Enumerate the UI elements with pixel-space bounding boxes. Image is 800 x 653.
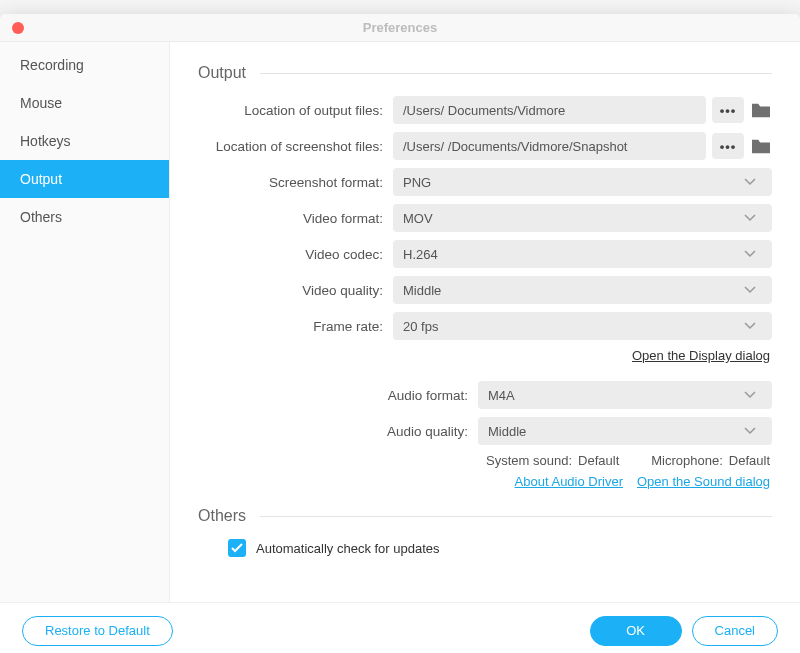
cancel-button[interactable]: Cancel [692,616,778,646]
chevron-down-icon [744,214,762,222]
browse-output-button[interactable]: ••• [712,97,744,123]
screenshot-location-field[interactable]: /Users/ /Documents/Vidmore/Snapshot [393,132,706,160]
microphone-value: Default [729,453,770,468]
video-quality-value: Middle [403,283,441,298]
ok-button[interactable]: OK [590,616,682,646]
sidebar-item-others[interactable]: Others [0,198,169,236]
preferences-window: Preferences Recording Mouse Hotkeys Outp… [0,14,800,653]
microphone-label: Microphone: [651,453,723,468]
video-quality-select[interactable]: Middle [393,276,772,304]
sidebar: Recording Mouse Hotkeys Output Others [0,42,170,602]
output-location-field[interactable]: /Users/ Documents/Vidmore [393,96,706,124]
section-others-title: Others [198,507,772,525]
label-frame-rate: Frame rate: [198,319,393,334]
sidebar-item-output[interactable]: Output [0,160,169,198]
open-screenshot-folder-icon[interactable] [750,137,772,155]
browse-screenshot-button[interactable]: ••• [712,133,744,159]
auto-update-checkbox[interactable] [228,539,246,557]
section-output-label: Output [198,64,246,82]
titlebar: Preferences [0,14,800,42]
label-video-codec: Video codec: [198,247,393,262]
close-icon[interactable] [12,22,24,34]
video-format-select[interactable]: MOV [393,204,772,232]
audio-quality-select[interactable]: Middle [478,417,772,445]
main-panel: Output Location of output files: /Users/… [170,42,800,602]
chevron-down-icon [744,250,762,258]
label-audio-quality: Audio quality: [198,424,478,439]
section-others-label: Others [198,507,246,525]
frame-rate-select[interactable]: 20 fps [393,312,772,340]
open-display-dialog-link[interactable]: Open the Display dialog [632,348,770,363]
label-video-format: Video format: [198,211,393,226]
chevron-down-icon [744,391,762,399]
label-video-quality: Video quality: [198,283,393,298]
frame-rate-value: 20 fps [403,319,438,334]
window-title: Preferences [363,20,437,35]
chevron-down-icon [744,427,762,435]
system-sound-label: System sound: [486,453,572,468]
label-screenshot-location: Location of screenshot files: [198,139,393,154]
sidebar-item-mouse[interactable]: Mouse [0,84,169,122]
video-format-value: MOV [403,211,433,226]
divider [260,73,772,74]
restore-default-button[interactable]: Restore to Default [22,616,173,646]
divider [260,516,772,517]
about-audio-driver-link[interactable]: About Audio Driver [515,474,623,489]
label-output-location: Location of output files: [198,103,393,118]
system-sound-value: Default [578,453,619,468]
chevron-down-icon [744,322,762,330]
screenshot-format-select[interactable]: PNG [393,168,772,196]
video-codec-select[interactable]: H.264 [393,240,772,268]
section-output-title: Output [198,64,772,82]
audio-quality-value: Middle [488,424,526,439]
footer: Restore to Default OK Cancel [0,602,800,653]
chevron-down-icon [744,286,762,294]
audio-format-value: M4A [488,388,515,403]
auto-update-label: Automatically check for updates [256,541,440,556]
sidebar-item-recording[interactable]: Recording [0,46,169,84]
label-screenshot-format: Screenshot format: [198,175,393,190]
chevron-down-icon [744,178,762,186]
video-codec-value: H.264 [403,247,438,262]
open-sound-dialog-link[interactable]: Open the Sound dialog [637,474,770,489]
label-audio-format: Audio format: [198,388,478,403]
screenshot-format-value: PNG [403,175,431,190]
audio-format-select[interactable]: M4A [478,381,772,409]
sidebar-item-hotkeys[interactable]: Hotkeys [0,122,169,160]
open-output-folder-icon[interactable] [750,101,772,119]
